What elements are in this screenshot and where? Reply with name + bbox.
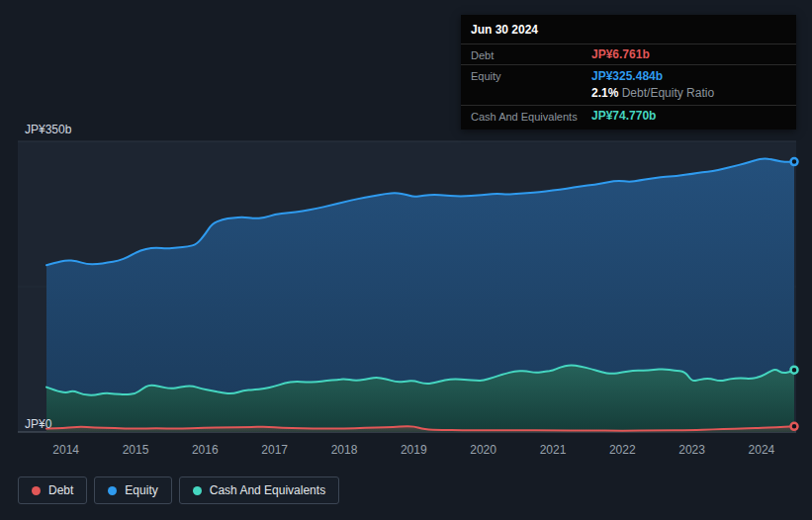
x-axis-label-2022: 2022 (609, 443, 636, 457)
legend-cash-label: Cash And Equivalents (210, 483, 325, 497)
tooltip-debt-value: JP¥6.761b (591, 47, 650, 61)
chart-legend: Debt Equity Cash And Equivalents (18, 477, 339, 504)
x-axis-label-2023: 2023 (678, 443, 705, 457)
tooltip-debt-row: Debt JP¥6.761b (461, 43, 796, 64)
x-axis-label-2017: 2017 (261, 443, 288, 457)
tooltip-cash-row: Cash And Equivalents JP¥74.770b (461, 105, 796, 130)
tooltip-equity-value: JP¥325.484b (591, 68, 714, 85)
debt-series-dot-icon (32, 486, 41, 495)
tooltip-cash-label: Cash And Equivalents (471, 109, 591, 123)
cash-series-dot-icon (193, 486, 202, 495)
tooltip-debt-label: Debt (471, 47, 591, 61)
y-axis-max-label: JP¥350b (25, 123, 71, 136)
cash-and-equivalents-endpoint-dot (791, 367, 798, 374)
debt-endpoint-dot (791, 423, 798, 430)
equity-endpoint-dot (791, 158, 798, 165)
tooltip-equity-row: Equity JP¥325.484b 2.1% Debt/Equity Rati… (461, 64, 796, 105)
x-axis-label-2016: 2016 (192, 443, 219, 457)
x-axis-label-2020: 2020 (470, 443, 496, 457)
x-axis-label-2024: 2024 (749, 443, 775, 457)
legend-item-equity[interactable]: Equity (94, 477, 171, 504)
x-axis-label-2018: 2018 (331, 443, 358, 457)
legend-item-debt[interactable]: Debt (18, 477, 87, 504)
x-axis-label-2021: 2021 (540, 443, 567, 457)
legend-debt-label: Debt (48, 483, 73, 497)
y-axis-zero-label: JP¥0 (25, 417, 51, 431)
x-axis-label-2014: 2014 (52, 443, 79, 457)
tooltip-date: Jun 30 2024 (461, 15, 796, 43)
legend-equity-label: Equity (125, 483, 157, 497)
x-axis-label-2019: 2019 (401, 443, 427, 457)
tooltip-equity-label: Equity (471, 68, 591, 82)
equity-series-dot-icon (108, 486, 117, 495)
legend-item-cash[interactable]: Cash And Equivalents (179, 477, 339, 504)
tooltip-debt-equity-ratio: 2.1% Debt/Equity Ratio (591, 85, 714, 102)
x-axis-label-2015: 2015 (123, 443, 149, 457)
balance-sheet-chart-panel: { "page": {"background": "#151b24"}, "to… (0, 0, 812, 520)
chart-tooltip: Jun 30 2024 Debt JP¥6.761b Equity JP¥325… (461, 15, 796, 130)
tooltip-cash-value: JP¥74.770b (591, 109, 656, 123)
